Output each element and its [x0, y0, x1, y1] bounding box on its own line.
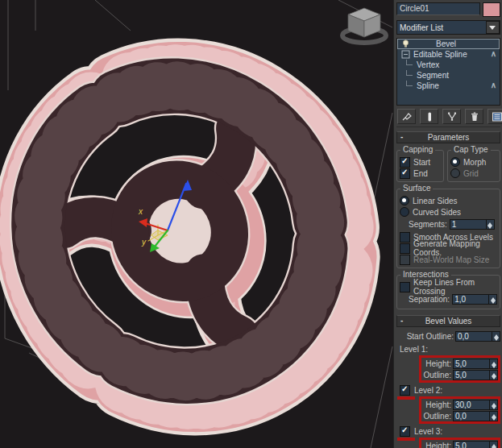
modifier-list-label: Modifier List — [397, 23, 486, 32]
end-checkbox[interactable] — [400, 168, 410, 179]
spinner-arrows-icon[interactable] — [490, 359, 498, 369]
level-1-section: Level 1: Height: 5,0 Outline: 5,0 — [396, 344, 500, 383]
stack-item-spline[interactable]: Spline — [397, 81, 500, 91]
stack-toolbar — [396, 109, 500, 127]
level1-outline-row: Outline: 5,0 — [421, 369, 498, 380]
grid-radio — [450, 168, 460, 178]
segments-spinner[interactable]: 1 — [450, 219, 495, 230]
level2-outline-row: Outline: 0,0 — [421, 410, 498, 421]
intersections-group: Intersections Keep Lines From Crossing S… — [396, 275, 500, 309]
stack-item-vertex[interactable]: Vertex — [397, 60, 500, 70]
real-world-map-size-checkbox — [400, 255, 410, 265]
annotation-red-box-level3: Height: 5,0 Outline: -5,0 — [419, 438, 500, 448]
keep-lines-from-crossing-option[interactable]: Keep Lines From Crossing — [400, 281, 497, 292]
viewcube[interactable] — [342, 8, 386, 43]
separation-row: Separation: 1,0 — [409, 293, 497, 305]
scene-3d: x y — [0, 0, 393, 448]
level-3-section: Level 3: Height: 5,0 Outline: -5,0 — [396, 426, 500, 448]
spinner-arrows-icon[interactable] — [492, 331, 500, 342]
chevron-up-icon — [491, 49, 496, 58]
gizmo-y-label: y — [141, 238, 147, 247]
viewport[interactable]: x y — [0, 0, 393, 448]
annotation-red-mark-level2 — [397, 396, 415, 400]
max-viewport-screenshot: x y Circle01 Modifier List Bevel — [0, 0, 502, 448]
level1-height-row: Height: 5,0 — [421, 358, 498, 369]
generate-mapping-coords-checkbox[interactable] — [400, 243, 410, 254]
dropdown-arrow-icon[interactable] — [486, 21, 500, 34]
capping-end-option[interactable]: End — [400, 168, 441, 179]
gizmo-x-label: x — [138, 207, 143, 216]
collapse-icon[interactable]: - — [400, 316, 403, 326]
morph-radio[interactable] — [450, 157, 460, 167]
level2-height-spinner[interactable]: 30,0 — [453, 400, 498, 410]
object-color-swatch[interactable] — [483, 2, 500, 17]
command-panel: Circle01 Modifier List Bevel Edi — [393, 0, 502, 448]
spinner-arrows-icon[interactable] — [490, 370, 498, 380]
start-outline-spinner[interactable]: 0,0 — [455, 331, 500, 342]
curved-sides-option[interactable]: Curved Sides — [400, 206, 497, 218]
expand-box-icon[interactable] — [401, 50, 410, 59]
make-unique-icon — [446, 112, 458, 122]
stack-item-bevel[interactable]: Bevel — [397, 39, 500, 49]
start-checkbox[interactable] — [400, 157, 410, 168]
remove-modifier-button[interactable] — [465, 109, 483, 124]
level3-height-row: Height: 5,0 — [421, 440, 498, 448]
show-end-result-button[interactable] — [420, 109, 438, 124]
level2-height-row: Height: 30,0 — [421, 399, 498, 410]
annotation-red-box-level1: Height: 5,0 Outline: 5,0 — [419, 355, 500, 383]
object-name-field[interactable]: Circle01 — [396, 2, 480, 15]
separation-spinner[interactable]: 1,0 — [452, 294, 497, 305]
linear-sides-option[interactable]: Linear Sides — [400, 195, 497, 206]
pin-stack-icon — [401, 112, 413, 122]
modifier-list-dropdown[interactable]: Modifier List — [396, 20, 500, 35]
pin-stack-button[interactable] — [397, 109, 416, 124]
curved-sides-radio[interactable] — [400, 207, 409, 217]
modifier-stack[interactable]: Bevel Editable Spline Vertex Segment Spl… — [396, 38, 500, 106]
generate-mapping-coords-option[interactable]: Generate Mapping Coords. — [400, 243, 497, 254]
cap-type-morph-option[interactable]: Morph — [450, 156, 497, 168]
collapse-icon[interactable]: - — [400, 132, 403, 142]
stack-item-segment[interactable]: Segment — [397, 70, 500, 81]
cap-type-grid-option: Grid — [450, 168, 497, 179]
level3-checkbox[interactable] — [400, 426, 410, 437]
remove-modifier-icon — [469, 112, 480, 122]
capping-group: Capping Start End — [396, 150, 444, 182]
make-unique-button[interactable] — [442, 109, 461, 124]
surface-group: Surface Linear Sides Curved Sides Segmen… — [396, 189, 500, 268]
configure-modifier-sets-icon — [492, 112, 502, 122]
cap-type-group: Cap Type Morph Grid — [447, 150, 500, 182]
adapter-object[interactable] — [0, 15, 393, 448]
configure-modifier-sets-button[interactable] — [487, 109, 502, 124]
spinner-arrows-icon[interactable] — [490, 400, 498, 410]
level-2-section: Level 2: Height: 30,0 Outline: 0,0 — [396, 385, 500, 424]
real-world-map-size-option: Real-World Map Size — [400, 254, 497, 265]
level1-outline-spinner[interactable]: 5,0 — [453, 370, 498, 380]
lightbulb-icon — [401, 39, 410, 48]
keep-lines-from-crossing-checkbox[interactable] — [400, 282, 410, 292]
linear-sides-radio[interactable] — [400, 196, 409, 205]
start-outline-row: Start Outline: 0,0 — [396, 330, 500, 342]
level2-outline-spinner[interactable]: 0,0 — [453, 411, 498, 421]
level3-height-spinner[interactable]: 5,0 — [453, 441, 498, 448]
annotation-red-box-level2: Height: 30,0 Outline: 0,0 — [419, 396, 500, 424]
spinner-arrows-icon[interactable] — [489, 294, 497, 305]
chevron-up-icon — [491, 81, 496, 89]
parameters-rollout-header[interactable]: - Parameters — [396, 131, 500, 143]
smooth-across-levels-checkbox[interactable] — [400, 232, 410, 243]
capping-start-option[interactable]: Start — [400, 156, 441, 168]
level1-height-spinner[interactable]: 5,0 — [453, 359, 498, 369]
level2-checkbox[interactable] — [400, 385, 410, 396]
stack-item-editable-spline[interactable]: Editable Spline — [397, 49, 500, 60]
spinner-arrows-icon[interactable] — [490, 441, 498, 448]
segments-row: Segments: 1 — [409, 218, 497, 230]
bevel-values-rollout-header[interactable]: - Bevel Values — [396, 315, 500, 327]
show-end-result-icon — [424, 112, 435, 122]
spinner-arrows-icon[interactable] — [487, 219, 495, 230]
annotation-red-mark-level3 — [397, 438, 415, 441]
spinner-arrows-icon[interactable] — [490, 411, 498, 421]
